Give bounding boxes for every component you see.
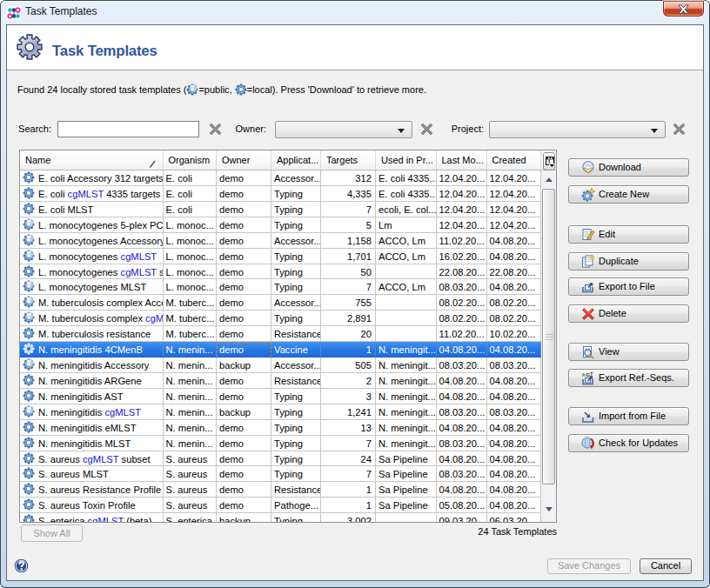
svg-text:T: T	[590, 371, 593, 377]
